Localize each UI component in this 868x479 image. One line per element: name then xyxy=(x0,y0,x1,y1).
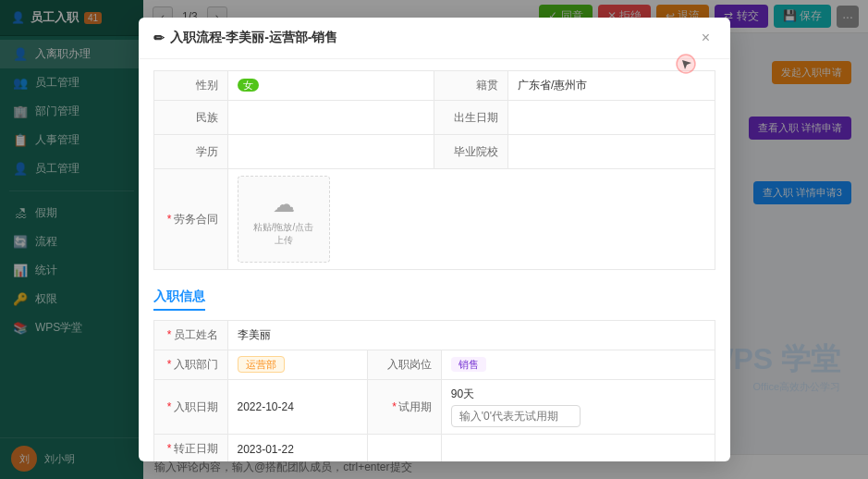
form-row-joindate: *入职日期 2022-10-24 *试用期 90天 xyxy=(153,380,715,435)
modal-close-button[interactable]: × xyxy=(697,29,715,47)
required-mark3: * xyxy=(167,358,172,371)
position-label: 入职岗位 xyxy=(367,350,441,380)
dept-value[interactable]: 运营部 xyxy=(227,350,367,380)
form-row-gender: 性别 女 籍贯 广东省/惠州市 xyxy=(153,71,715,101)
dept-label: *入职部门 xyxy=(153,350,227,380)
form-row-education: 学历 毕业院校 xyxy=(153,135,715,169)
required-mark6: * xyxy=(167,442,172,455)
school-input[interactable] xyxy=(508,135,715,169)
form-row-ethnicity: 民族 出生日期 xyxy=(153,101,715,135)
form-row-confirmdate: *转正日期 2023-01-22 xyxy=(153,435,715,462)
required-mark2: * xyxy=(167,328,172,341)
empname-value: 李美丽 xyxy=(227,321,715,350)
gender-value: 女 xyxy=(227,71,434,101)
section-title: 入职信息 xyxy=(153,281,715,320)
confirmdate-value: 2023-01-22 xyxy=(227,435,367,462)
education-input[interactable] xyxy=(227,135,434,169)
gender-badge: 女 xyxy=(238,79,259,92)
modal-header: ✏ 入职流程-李美丽-运营部-销售 × xyxy=(139,18,730,59)
origin-label: 籍贯 xyxy=(434,71,508,101)
joindate-value: 2022-10-24 xyxy=(227,380,367,435)
upload-text: 粘贴/拖放/点击上传 xyxy=(253,221,314,247)
origin-value: 广东省/惠州市 xyxy=(508,71,715,101)
education-field[interactable] xyxy=(238,141,425,162)
probation-input[interactable] xyxy=(451,405,581,427)
modal-overlay[interactable]: ✏ 入职流程-李美丽-运营部-销售 × 性别 女 籍贯 广东省/惠州市 民族 xyxy=(0,0,868,479)
contract-label: *劳务合同 xyxy=(153,169,227,270)
required-mark5: * xyxy=(392,400,397,413)
school-field[interactable] xyxy=(518,141,705,162)
form-row-contract: *劳务合同 ☁ 粘贴/拖放/点击上传 xyxy=(153,169,715,270)
modal-body: 性别 女 籍贯 广东省/惠州市 民族 出生日期 xyxy=(139,59,730,461)
contract-upload[interactable]: ☁ 粘贴/拖放/点击上传 xyxy=(227,169,715,270)
upload-icon: ☁ xyxy=(253,191,314,217)
upload-area[interactable]: ☁ 粘贴/拖放/点击上传 xyxy=(238,176,330,263)
form-row-empname: *员工姓名 李美丽 xyxy=(153,321,715,350)
required-mark: * xyxy=(167,213,172,226)
school-label: 毕业院校 xyxy=(434,135,508,169)
personal-info-table: 性别 女 籍贯 广东省/惠州市 民族 出生日期 xyxy=(153,70,715,270)
probation-container: 90天 xyxy=(451,387,705,427)
joindate-label: *入职日期 xyxy=(153,380,227,435)
position-badge: 销售 xyxy=(451,357,486,372)
ethnicity-input[interactable] xyxy=(227,101,434,135)
probation-value: 90天 xyxy=(451,387,705,402)
edit-icon: ✏ xyxy=(153,31,165,45)
probation-label: *试用期 xyxy=(367,380,441,435)
dept-badge[interactable]: 运营部 xyxy=(238,356,285,373)
education-label: 学历 xyxy=(153,135,227,169)
modal-title-row: ✏ 入职流程-李美丽-运营部-销售 xyxy=(153,30,338,46)
confirmdate-label: *转正日期 xyxy=(153,435,227,462)
empname-label: *员工姓名 xyxy=(153,321,227,350)
modal-title-text: 入职流程-李美丽-运营部-销售 xyxy=(170,30,338,46)
birthday-label: 出生日期 xyxy=(434,101,508,135)
modal: ✏ 入职流程-李美丽-运营部-销售 × 性别 女 籍贯 广东省/惠州市 民族 xyxy=(139,18,730,461)
form-row-dept: *入职部门 运营部 入职岗位 销售 xyxy=(153,350,715,380)
ethnicity-label: 民族 xyxy=(153,101,227,135)
onboard-info-table: *员工姓名 李美丽 *入职部门 运营部 入职岗位 销售 xyxy=(153,320,715,461)
ethnicity-field[interactable] xyxy=(238,107,425,128)
gender-label: 性别 xyxy=(153,71,227,101)
required-mark4: * xyxy=(167,400,172,413)
position-value: 销售 xyxy=(441,350,715,380)
probation-area: 90天 xyxy=(441,380,715,435)
birthday-input[interactable] xyxy=(508,101,715,135)
birthday-field[interactable] xyxy=(518,107,705,128)
